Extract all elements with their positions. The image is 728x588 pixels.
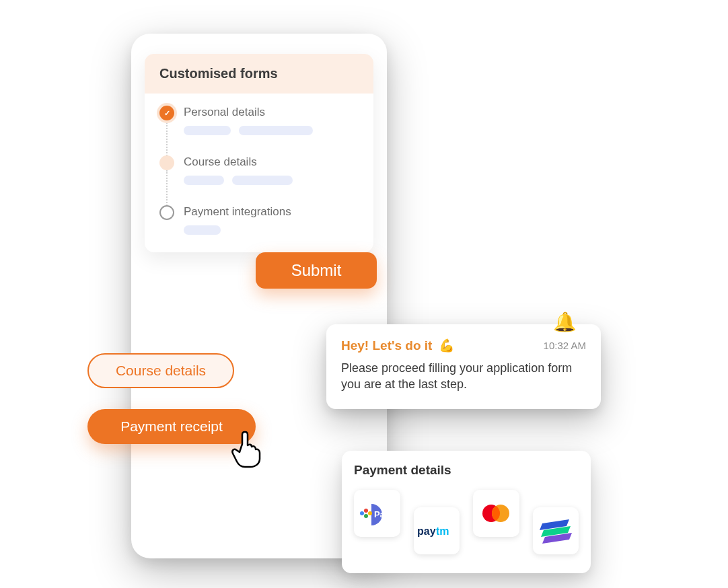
placeholder-bar: [184, 225, 221, 235]
paytm-icon: pay tm: [417, 523, 456, 538]
check-icon: [159, 106, 174, 120]
step-connector: [166, 120, 168, 158]
placeholder-row: [184, 176, 359, 185]
course-details-pill[interactable]: Course details: [87, 353, 234, 388]
razorpay-icon: [540, 517, 572, 545]
forms-header: Customised forms: [145, 54, 373, 94]
svg-point-3: [360, 511, 364, 515]
placeholder-bar: [239, 126, 313, 135]
gpay-tile[interactable]: Pay: [354, 490, 400, 537]
notification-time: 10:32 AM: [544, 340, 586, 351]
step-personal-details[interactable]: Personal details: [159, 106, 359, 155]
mastercard-tile[interactable]: [473, 490, 519, 537]
notification-body: Please proceed filling your application …: [341, 360, 586, 393]
step-label: Course details: [184, 155, 359, 169]
notification-card: 🔔 Hey! Let's do it 💪 10:32 AM Please pro…: [326, 324, 601, 409]
placeholder-row: [184, 126, 359, 135]
notification-title-text: Hey! Let's do it: [341, 338, 432, 353]
submit-button[interactable]: Submit: [256, 252, 377, 289]
svg-text:pay: pay: [417, 525, 436, 537]
cursor-hand-icon: [229, 431, 262, 468]
bell-icon: 🔔: [553, 311, 577, 333]
dot-icon: [159, 155, 174, 170]
payment-details-panel: Payment details Pay pay tm: [342, 451, 591, 573]
placeholder-row: [184, 225, 359, 235]
placeholder-bar: [232, 176, 293, 185]
flex-icon: 💪: [439, 338, 455, 353]
gpay-icon: Pay: [359, 500, 394, 527]
step-course-details[interactable]: Course details: [159, 155, 359, 205]
notification-title: Hey! Let's do it 💪: [341, 338, 455, 353]
svg-point-1: [364, 509, 368, 513]
payment-title: Payment details: [354, 463, 579, 478]
step-connector: [166, 170, 168, 208]
circle-icon: [159, 205, 174, 220]
steps-list: Personal details Course details: [145, 94, 373, 252]
svg-text:Pay: Pay: [374, 509, 390, 519]
razorpay-tile[interactable]: [533, 507, 579, 554]
svg-point-2: [364, 514, 368, 518]
notification-header: Hey! Let's do it 💪 10:32 AM: [341, 338, 586, 353]
placeholder-bar: [184, 126, 231, 135]
step-payment-integrations[interactable]: Payment integrations: [159, 205, 359, 235]
payment-methods-row: Pay pay tm: [354, 490, 579, 554]
svg-point-4: [368, 511, 372, 515]
mastercard-icon: [479, 503, 513, 524]
paytm-tile[interactable]: pay tm: [414, 507, 460, 554]
customised-forms-panel: Customised forms Personal details Course: [145, 54, 373, 252]
placeholder-bar: [184, 176, 224, 185]
step-label: Payment integrations: [184, 205, 359, 219]
svg-text:tm: tm: [436, 525, 449, 537]
step-label: Personal details: [184, 106, 359, 119]
